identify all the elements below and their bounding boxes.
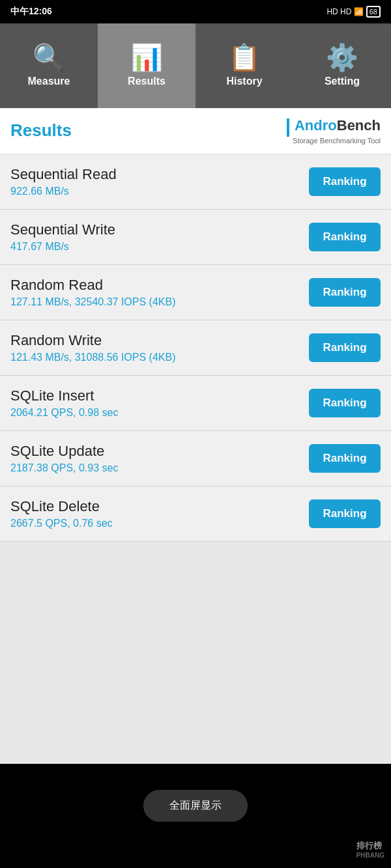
result-name-random-read: Random Read [10,277,175,294]
results-title: Results [10,120,72,141]
result-sequential-read: Sequential Read 922.66 MB/s Ranking [0,154,391,210]
tab-results-label: Results [128,76,166,87]
tab-bar: 🔍 Measure 📊 Results 📋 History ⚙️ Setting [0,23,391,108]
result-name-sequential-write: Sequential Write [10,221,115,238]
result-sqlite-insert: SQLite Insert 2064.21 QPS, 0.98 sec Rank… [0,376,391,431]
result-random-read: Random Read 127.11 MB/s, 32540.37 IOPS (… [0,265,391,320]
result-sequential-write: Sequential Write 417.67 MB/s Ranking [0,210,391,265]
result-value-random-read: 127.11 MB/s, 32540.37 IOPS (4KB) [10,296,175,308]
ranking-btn-random-write[interactable]: Ranking [309,333,381,362]
brand-logo: AndroBench Storage Benchmarking Tool [287,117,381,145]
result-name-sqlite-delete: SQLite Delete [10,498,113,515]
result-name-random-write: Random Write [10,332,175,349]
result-info-sqlite-insert: SQLite Insert 2064.21 QPS, 0.98 sec [10,387,118,419]
result-info-sqlite-delete: SQLite Delete 2667.5 QPS, 0.76 sec [10,498,113,529]
tab-history[interactable]: 📋 History [195,23,293,108]
tab-setting[interactable]: ⚙️ Setting [293,23,391,108]
measure-icon: 🔍 [33,44,65,70]
brand-name: AndroBench [287,117,381,137]
brand-bar-icon [287,119,289,137]
setting-icon: ⚙️ [326,44,358,70]
ranking-btn-sqlite-update[interactable]: Ranking [309,444,381,473]
result-value-sequential-write: 417.67 MB/s [10,241,115,253]
result-info-random-write: Random Write 121.43 MB/s, 31088.56 IOPS … [10,332,175,363]
history-icon: 📋 [228,44,261,70]
tab-measure[interactable]: 🔍 Measure [0,23,98,108]
tab-measure-label: Measure [28,76,70,87]
results-list: Sequential Read 922.66 MB/s Ranking Sequ… [0,154,391,764]
ranking-btn-sequential-read[interactable]: Ranking [309,167,381,196]
result-value-sqlite-delete: 2667.5 QPS, 0.76 sec [10,518,113,529]
result-value-sqlite-insert: 2064.21 QPS, 0.98 sec [10,407,118,419]
result-name-sqlite-insert: SQLite Insert [10,387,118,404]
result-sqlite-delete: SQLite Delete 2667.5 QPS, 0.76 sec Ranki… [0,486,391,542]
ranking-btn-random-read[interactable]: Ranking [309,278,381,307]
brand-sub: Storage Benchmarking Tool [287,137,381,145]
signal-icon: HD HD 📶 [326,7,363,16]
status-right: HD HD 📶 68 [326,6,381,18]
result-sqlite-update: SQLite Update 2187.38 QPS, 0.93 sec Rank… [0,431,391,486]
result-name-sequential-read: Sequential Read [10,166,117,183]
result-info-sqlite-update: SQLite Update 2187.38 QPS, 0.93 sec [10,443,118,474]
result-value-sequential-read: 922.66 MB/s [10,186,117,197]
fullscreen-button[interactable]: 全面屏显示 [143,790,248,822]
result-random-write: Random Write 121.43 MB/s, 31088.56 IOPS … [0,320,391,376]
results-header: Results AndroBench Storage Benchmarking … [0,108,391,154]
tab-results[interactable]: 📊 Results [98,23,195,108]
status-bar: 中午12:06 HD HD 📶 68 [0,0,391,23]
ranking-btn-sqlite-delete[interactable]: Ranking [309,499,381,528]
result-info-sequential-write: Sequential Write 417.67 MB/s [10,221,115,253]
result-name-sqlite-update: SQLite Update [10,443,118,460]
result-info-sequential-read: Sequential Read 922.66 MB/s [10,166,117,197]
result-info-random-read: Random Read 127.11 MB/s, 32540.37 IOPS (… [10,277,175,308]
battery-indicator: 68 [366,6,381,18]
bottom-area: 全面屏显示 [0,764,391,868]
status-time: 中午12:06 [10,6,52,18]
watermark: 排行榜 PHBANG [356,840,384,859]
result-value-sqlite-update: 2187.38 QPS, 0.93 sec [10,462,118,474]
results-icon: 📊 [130,44,163,70]
result-value-random-write: 121.43 MB/s, 31088.56 IOPS (4KB) [10,352,175,363]
ranking-btn-sequential-write[interactable]: Ranking [309,223,381,251]
tab-history-label: History [226,76,262,87]
ranking-btn-sqlite-insert[interactable]: Ranking [309,389,381,417]
tab-setting-label: Setting [325,76,360,87]
